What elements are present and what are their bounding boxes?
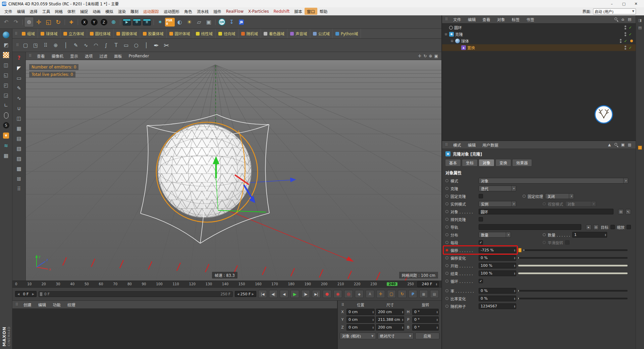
cylinder-field-button[interactable]: 圆柱体域 <box>87 29 114 38</box>
toolbar-separator[interactable]: │ <box>76 17 79 27</box>
keyframe-circle[interactable] <box>445 187 448 190</box>
tag-dot[interactable] <box>630 40 633 42</box>
timeline-tick[interactable]: 160 <box>255 282 261 286</box>
timeline-tick[interactable]: 140 <box>222 282 228 286</box>
spinner[interactable] <box>401 326 403 329</box>
position-field[interactable]: 0 cm <box>346 316 375 323</box>
mode-dropdown[interactable]: 对象 <box>479 178 628 184</box>
menu-tools[interactable]: 工具 <box>40 8 53 15</box>
menu-pipeline[interactable]: 流水线 <box>195 8 211 15</box>
frame-start-field[interactable]: ◀0 F▶ <box>15 291 37 297</box>
keyframe-circle[interactable] <box>543 202 546 205</box>
enabled-check-icon[interactable] <box>623 39 628 43</box>
move-tool[interactable]: ✛ <box>34 17 44 27</box>
edge-highlight-marker[interactable] <box>638 146 642 150</box>
spinner[interactable] <box>513 305 515 308</box>
timeline-tick[interactable]: 190 <box>305 282 311 286</box>
python-field-button[interactable]: Python域 <box>333 29 361 38</box>
rotation-field[interactable]: 0 ° <box>412 324 439 331</box>
menu-mograph[interactable]: 运动图形 <box>161 8 182 15</box>
menu-motion-tracker[interactable]: 运动跟踪 <box>141 8 161 15</box>
keyframe-circle[interactable] <box>523 195 526 198</box>
lock-y-axis[interactable]: Y <box>89 17 99 27</box>
keyframe-circle[interactable] <box>445 272 448 275</box>
vp-maximize-icon[interactable]: ▣ <box>434 54 438 58</box>
spinner[interactable] <box>513 290 515 292</box>
menu-window[interactable]: 窗口 <box>305 8 317 15</box>
keyframe-circle[interactable] <box>445 305 448 308</box>
spinner[interactable] <box>401 311 403 313</box>
keyframe-circle[interactable] <box>445 195 448 198</box>
x-axis-line[interactable] <box>219 207 354 262</box>
spinner[interactable] <box>436 318 438 321</box>
goto-start-button[interactable]: |◀ <box>258 290 267 298</box>
visibility-dots[interactable] <box>625 26 626 30</box>
render-settings-button[interactable]: ⚙ <box>132 17 142 27</box>
toolbar-separator[interactable]: │ <box>141 40 151 51</box>
enabled-check-icon[interactable] <box>628 32 633 37</box>
record-pla-toggle[interactable]: ▦ <box>419 290 428 298</box>
layout-dropdown[interactable]: 启动 (用户)▼ <box>593 8 636 14</box>
om-home-icon[interactable]: ⌂ <box>620 16 626 22</box>
size-field[interactable]: 200 cm <box>376 309 404 315</box>
menu-volume[interactable]: 体积 <box>65 8 78 15</box>
random-field-button[interactable]: 随机域 <box>238 29 261 38</box>
end-slider[interactable] <box>518 272 628 274</box>
keyframe-circle[interactable] <box>445 233 448 236</box>
toolbar-separator[interactable]: │ <box>152 17 155 27</box>
last-tool[interactable]: ✚ <box>66 17 76 27</box>
materials-menu-create[interactable]: 创建 <box>20 302 35 307</box>
layers-icon[interactable]: ≋ <box>2 141 11 150</box>
menu-mesh[interactable]: 网格 <box>52 8 65 15</box>
live-selection-tool[interactable]: ⊚ <box>24 17 34 27</box>
arc-tool[interactable]: ◠ <box>91 40 101 51</box>
keyframe-button[interactable]: ◆ <box>355 290 364 298</box>
record-parameter-toggle[interactable]: P <box>409 290 417 298</box>
camera-object-icon[interactable]: ▣ <box>204 17 214 27</box>
om-menu-bookmarks[interactable]: 书签 <box>523 16 537 22</box>
vp-menu-prorender[interactable]: ProRender <box>126 54 152 58</box>
timeline-panel-button[interactable]: ▤ <box>430 290 439 298</box>
materials-menu-function[interactable]: 功能 <box>50 302 64 307</box>
scale-checkbox[interactable] <box>627 225 631 229</box>
drag-grip-icon[interactable]: ⠿ <box>443 143 449 147</box>
vp-menu-panel[interactable]: 面板 <box>111 53 125 59</box>
enabled-check-icon[interactable] <box>628 26 633 30</box>
menu-file[interactable]: 文件 <box>2 8 15 15</box>
keyframe-circle[interactable] <box>445 289 448 292</box>
smooth-rotation-checkbox[interactable] <box>565 240 570 245</box>
timeline-ruler[interactable]: 0102030405060708090100110120130140150160… <box>12 281 441 288</box>
tab-transform[interactable]: 变换 <box>495 159 511 166</box>
range-start-handle[interactable] <box>40 292 43 296</box>
timeline-tick[interactable]: 10 <box>27 282 32 286</box>
floor-object-icon[interactable]: ▱ <box>194 17 204 27</box>
vp-orbit-icon[interactable]: ↻ <box>424 54 427 58</box>
object-name[interactable]: 置换 <box>467 45 475 50</box>
start-slider[interactable] <box>518 265 628 266</box>
om-dock-icon[interactable]: ▤ <box>626 16 633 22</box>
spinner[interactable] <box>513 257 515 259</box>
record-options-button[interactable]: ◎ <box>344 290 353 298</box>
distribution-dropdown[interactable]: 数量 <box>479 232 511 238</box>
visibility-dots[interactable] <box>620 39 622 43</box>
keyframe-circle[interactable] <box>445 280 448 283</box>
am-lock-icon[interactable]: ▣ <box>620 142 626 148</box>
linear-field-button[interactable]: 线性域 <box>193 29 216 38</box>
drag-grip-icon[interactable]: ⠿ <box>340 303 345 307</box>
object-tree-row[interactable]: ⊟ 球体 <box>442 38 636 44</box>
loop-checkbox[interactable] <box>479 279 483 283</box>
am-search-icon[interactable] <box>613 142 620 148</box>
edge-panel-icon[interactable]: ▤ <box>637 25 643 30</box>
menu-script[interactable]: 脚本 <box>292 8 305 15</box>
group-field-button[interactable]: 组域 <box>19 29 38 38</box>
edges-mode-icon[interactable]: ◰ <box>2 81 11 90</box>
sort-clones-checkbox[interactable] <box>479 217 483 221</box>
z-axis-line[interactable] <box>246 178 296 183</box>
radial-field-button[interactable]: 径向域 <box>216 29 238 38</box>
menu-edit[interactable]: 编辑 <box>15 8 28 15</box>
visibility-dots[interactable] <box>625 46 626 50</box>
text-spline-tool[interactable]: T <box>111 40 121 51</box>
paint-bucket-icon[interactable]: ▼ <box>2 131 11 140</box>
keyframe-circle[interactable] <box>543 241 546 244</box>
keyframe-circle[interactable] <box>445 218 448 221</box>
